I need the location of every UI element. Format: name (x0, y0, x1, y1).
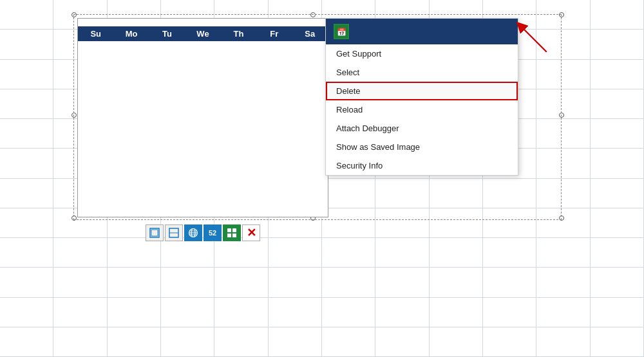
menu-item-reload[interactable]: Reload (326, 100, 518, 119)
toolbar-btn-globe[interactable] (184, 224, 202, 241)
menu-item-show-saved-image[interactable]: Show as Saved Image (326, 138, 518, 156)
handle-top-center[interactable] (310, 12, 316, 17)
dow-th: Th (221, 26, 256, 41)
menu-item-get-support[interactable]: Get Support (326, 44, 518, 63)
svg-rect-12 (232, 233, 236, 237)
dow-we: We (185, 26, 220, 41)
handle-mid-right[interactable] (559, 113, 564, 118)
svg-rect-10 (232, 228, 236, 232)
dow-tu: Tu (149, 26, 185, 41)
context-menu-header: 📅 (326, 19, 518, 44)
toolbar-btn-1[interactable] (146, 224, 164, 241)
dow-sa: Sa (292, 26, 328, 41)
handle-bot-left[interactable] (71, 215, 77, 221)
toolbar-btn-52[interactable]: 52 (204, 224, 222, 241)
svg-rect-11 (227, 233, 231, 237)
handle-top-left[interactable] (71, 12, 77, 17)
menu-item-delete[interactable]: Delete (326, 82, 518, 100)
handle-mid-left[interactable] (71, 113, 77, 118)
svg-text:📅: 📅 (337, 27, 346, 37)
dow-mo: Mo (113, 26, 149, 41)
svg-rect-9 (227, 228, 231, 232)
handle-top-right[interactable] (559, 12, 564, 17)
dow-fr: Fr (256, 26, 292, 41)
toolbar-btn-grid[interactable] (223, 224, 241, 241)
calendar-toolbar: 52 ✕ (146, 224, 260, 241)
svg-rect-1 (151, 230, 158, 236)
calendar-header (78, 19, 328, 26)
context-menu: 📅 Get Support Select Delete Reload Attac… (325, 18, 518, 176)
excel-icon: 📅 (334, 24, 349, 39)
menu-item-select[interactable]: Select (326, 63, 518, 82)
calendar-widget[interactable]: Su Mo Tu We Th Fr Sa 52 (77, 18, 328, 217)
dow-su: Su (78, 26, 113, 41)
dow-header-row: Su Mo Tu We Th Fr Sa (78, 26, 328, 41)
menu-item-attach-debugger[interactable]: Attach Debugger (326, 119, 518, 138)
menu-item-security-info[interactable]: Security Info (326, 156, 518, 175)
toolbar-btn-close[interactable]: ✕ (242, 224, 260, 241)
handle-bot-right[interactable] (559, 215, 564, 221)
toolbar-btn-2[interactable] (165, 224, 183, 241)
